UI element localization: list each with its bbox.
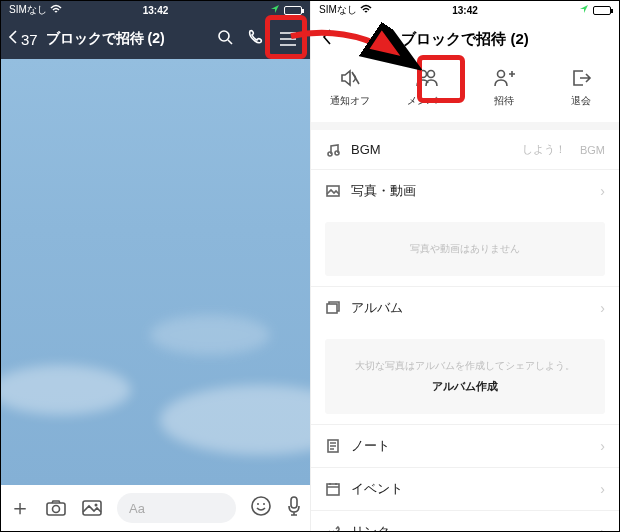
location-icon bbox=[579, 4, 589, 16]
media-empty: 写真や動画はありません bbox=[325, 222, 605, 276]
sim-label: SIMなし bbox=[9, 3, 47, 17]
menu-header: ブロックで招待 (2) bbox=[311, 19, 619, 59]
wifi-icon bbox=[50, 4, 62, 16]
action-label: メンバー bbox=[407, 94, 447, 108]
row-album[interactable]: アルバム › bbox=[311, 286, 619, 329]
sim-label: SIMなし bbox=[319, 3, 357, 17]
music-icon bbox=[325, 143, 341, 157]
row-label: 写真・動画 bbox=[351, 182, 590, 200]
row-label: BGM bbox=[351, 142, 512, 157]
row-media[interactable]: 写真・動画 › bbox=[311, 169, 619, 212]
svg-point-7 bbox=[263, 503, 265, 505]
svg-point-4 bbox=[95, 504, 98, 507]
calendar-icon bbox=[325, 482, 341, 496]
members-icon bbox=[415, 67, 439, 89]
action-invite[interactable]: 招待 bbox=[465, 67, 542, 108]
row-label: イベント bbox=[351, 480, 590, 498]
status-bar-right: SIMなし 13:42 bbox=[311, 1, 619, 19]
svg-point-5 bbox=[252, 497, 270, 515]
menu-title: ブロックで招待 (2) bbox=[345, 30, 585, 49]
svg-point-12 bbox=[328, 152, 332, 156]
svg-point-9 bbox=[419, 71, 426, 78]
emoji-icon[interactable] bbox=[250, 495, 272, 522]
menu-button[interactable] bbox=[272, 23, 304, 55]
action-leave[interactable]: 退会 bbox=[542, 67, 619, 108]
album-create-link: アルバム作成 bbox=[335, 379, 595, 394]
back-button[interactable] bbox=[321, 28, 345, 51]
mic-icon[interactable] bbox=[286, 495, 302, 522]
invite-icon bbox=[492, 67, 516, 89]
wifi-icon bbox=[360, 4, 372, 16]
row-link[interactable]: リンク › bbox=[311, 510, 619, 531]
svg-point-6 bbox=[257, 503, 259, 505]
row-hint: しよう！ BGM bbox=[522, 142, 605, 157]
speaker-off-icon bbox=[339, 67, 361, 89]
chat-input-bar: ＋ Aa bbox=[1, 485, 310, 531]
call-icon[interactable] bbox=[242, 28, 268, 50]
link-icon bbox=[325, 525, 341, 531]
svg-point-11 bbox=[497, 71, 504, 78]
input-placeholder: Aa bbox=[129, 501, 145, 516]
note-icon bbox=[325, 439, 341, 453]
chevron-right-icon: › bbox=[600, 438, 605, 454]
leave-icon bbox=[570, 67, 592, 89]
action-label: 退会 bbox=[571, 94, 591, 108]
svg-rect-15 bbox=[327, 304, 337, 313]
svg-point-13 bbox=[335, 151, 339, 155]
row-bgm[interactable]: BGM しよう！ BGM bbox=[311, 130, 619, 169]
search-icon[interactable] bbox=[212, 28, 238, 50]
menu-list: BGM しよう！ BGM 写真・動画 › 写真や動画はありません アルバム bbox=[311, 130, 619, 531]
location-icon bbox=[270, 4, 280, 16]
row-label: ノート bbox=[351, 437, 590, 455]
action-label: 通知オフ bbox=[330, 94, 370, 108]
row-event[interactable]: イベント › bbox=[311, 467, 619, 510]
photo-icon bbox=[325, 184, 341, 198]
add-button[interactable]: ＋ bbox=[9, 493, 31, 523]
status-time: 13:42 bbox=[107, 5, 205, 16]
status-time: 13:42 bbox=[416, 5, 513, 16]
battery-icon bbox=[284, 6, 302, 15]
camera-icon[interactable] bbox=[45, 499, 67, 517]
album-empty[interactable]: 大切な写真はアルバムを作成してシェアしよう。 アルバム作成 bbox=[325, 339, 605, 414]
row-label: リンク bbox=[351, 523, 590, 531]
action-row: 通知オフ メンバー 招待 退会 bbox=[311, 59, 619, 122]
status-bar-left: SIMなし 13:42 bbox=[1, 1, 310, 19]
action-members[interactable]: メンバー bbox=[388, 67, 465, 108]
message-input[interactable]: Aa bbox=[117, 493, 236, 523]
battery-icon bbox=[593, 6, 611, 15]
chat-title: ブロックで招待 (2) bbox=[46, 30, 208, 48]
row-label: アルバム bbox=[351, 299, 590, 317]
svg-point-2 bbox=[53, 506, 60, 513]
chevron-right-icon: › bbox=[600, 300, 605, 316]
action-mute[interactable]: 通知オフ bbox=[311, 67, 388, 108]
gallery-icon[interactable] bbox=[81, 499, 103, 517]
album-icon bbox=[325, 301, 341, 315]
svg-rect-17 bbox=[327, 484, 339, 495]
svg-point-0 bbox=[219, 31, 229, 41]
back-count: 37 bbox=[21, 31, 38, 48]
svg-point-10 bbox=[427, 71, 434, 78]
chevron-right-icon: › bbox=[600, 183, 605, 199]
chat-header: 37 ブロックで招待 (2) bbox=[1, 19, 310, 59]
chevron-right-icon: › bbox=[600, 524, 605, 531]
action-label: 招待 bbox=[494, 94, 514, 108]
chevron-right-icon: › bbox=[600, 481, 605, 497]
chat-background bbox=[1, 59, 310, 485]
row-note[interactable]: ノート › bbox=[311, 424, 619, 467]
svg-rect-8 bbox=[291, 497, 297, 508]
back-button[interactable] bbox=[7, 29, 19, 50]
